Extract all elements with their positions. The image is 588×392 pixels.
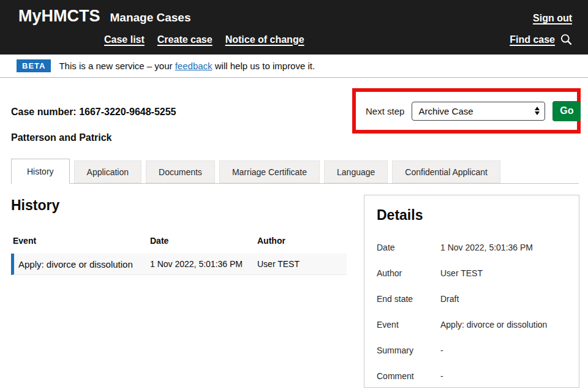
history-table-row[interactable]: Apply: divorce or dissolution 1 Nov 2022…: [11, 254, 347, 275]
search-icon[interactable]: [560, 34, 572, 45]
case-name: Patterson and Patrick: [11, 132, 588, 143]
nav-case-list[interactable]: Case list: [104, 34, 145, 45]
details-label-date: Date: [377, 243, 440, 252]
history-author-cell: User TEST: [257, 259, 347, 269]
go-button[interactable]: Go: [552, 101, 581, 121]
details-value-author: User TEST: [440, 268, 567, 278]
annotation-highlight-box: Next step Archive Case Go: [352, 88, 581, 134]
tab-confidential-applicant[interactable]: Confidential Applicant: [392, 160, 500, 183]
details-value-comment: -: [440, 371, 567, 381]
primary-nav-links: Case list Create case Notice of change: [104, 34, 304, 45]
details-value-summary: -: [440, 345, 567, 355]
beta-text-before: This is a new service – your: [59, 61, 175, 71]
nav-create-case[interactable]: Create case: [157, 34, 213, 45]
history-table-header: Event Date Author: [11, 236, 347, 246]
details-label-event: Event: [377, 320, 440, 330]
history-table: Event Date Author Apply: divorce or diss…: [11, 236, 347, 275]
history-event-cell: Apply: divorce or dissolution: [18, 259, 150, 270]
beta-badge: BETA: [17, 59, 51, 72]
myhmcts-brand-link[interactable]: MyHMCTS: [18, 7, 100, 26]
details-label-author: Author: [377, 268, 440, 278]
beta-banner: BETA This is a new service – your feedba…: [0, 55, 588, 78]
details-heading: Details: [377, 207, 567, 224]
next-step-label: Next step: [366, 106, 404, 116]
details-panel: Details Date 1 Nov 2022, 5:01:36 PM Auth…: [364, 195, 579, 388]
column-header-author: Author: [257, 236, 347, 246]
beta-text-after: will help us to improve it.: [213, 61, 315, 71]
header-nav: Case list Create case Notice of change F…: [18, 34, 572, 45]
details-value-date: 1 Nov 2022, 5:01:36 PM: [440, 243, 567, 252]
tab-application[interactable]: Application: [74, 160, 142, 183]
feedback-link[interactable]: feedback: [175, 61, 213, 71]
column-header-date: Date: [150, 236, 257, 246]
app-title: Manage Cases: [110, 11, 191, 24]
find-case-link[interactable]: Find case: [510, 34, 555, 45]
history-date-cell: 1 Nov 2022, 5:01:36 PM: [150, 259, 257, 269]
details-label-end-state: End state: [377, 294, 440, 304]
next-step-selected-option: Archive Case: [418, 106, 473, 116]
details-value-event: Apply: divorce or dissolution: [440, 320, 567, 330]
case-tab-bar: History Application Documents Marriage C…: [11, 159, 579, 184]
details-label-comment: Comment: [377, 371, 440, 381]
sign-out-link[interactable]: Sign out: [533, 13, 572, 24]
tab-marriage-certificate[interactable]: Marriage Certificate: [219, 160, 320, 183]
find-case-group: Find case: [510, 34, 572, 45]
tab-documents[interactable]: Documents: [146, 160, 215, 183]
header-top-row: MyHMCTS Manage Cases Sign out: [18, 7, 572, 26]
beta-text: This is a new service – your feedback wi…: [59, 61, 315, 71]
details-rows: Date 1 Nov 2022, 5:01:36 PM Author User …: [377, 243, 567, 381]
nav-notice-of-change[interactable]: Notice of change: [225, 34, 304, 45]
next-step-select[interactable]: Archive Case: [412, 102, 545, 121]
details-label-summary: Summary: [377, 345, 440, 355]
column-header-event: Event: [13, 236, 150, 246]
select-spinner-icon: [535, 107, 540, 115]
app-header: MyHMCTS Manage Cases Sign out Case list …: [0, 0, 588, 55]
tab-history[interactable]: History: [11, 159, 70, 184]
details-value-end-state: Draft: [440, 294, 567, 304]
tab-language[interactable]: Language: [324, 160, 388, 183]
